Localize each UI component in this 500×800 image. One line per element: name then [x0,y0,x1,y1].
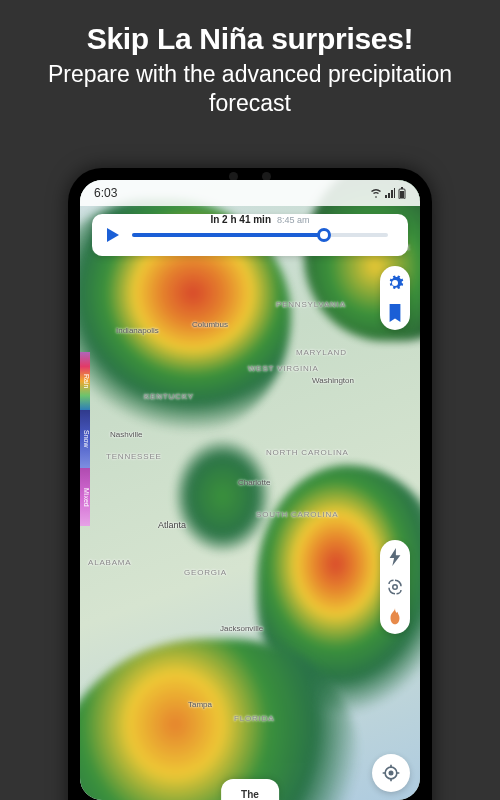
hurricane-layer-button[interactable] [385,577,405,597]
svg-point-3 [393,585,398,590]
status-time: 6:03 [94,186,117,200]
svg-point-5 [389,771,392,774]
legend-rain: Rain [80,352,90,410]
state-fl: FLORIDA [234,714,274,723]
app-screen: Chicago Indianapolis Columbus Nashville … [80,180,420,800]
state-tn: TENNESSEE [106,452,162,461]
svg-rect-1 [401,187,403,189]
radar-overlay [80,180,420,800]
lightning-layer-button[interactable] [385,547,405,567]
state-nc: NORTH CAROLINA [266,448,349,457]
locate-me-button[interactable] [372,754,410,792]
map-layers-pill [380,540,410,634]
timeline-slider[interactable]: In 2 h 41 min8:45 am [132,225,388,245]
legend-mixed: Mixed [80,468,90,526]
precip-legend: Rain Snow Mixed [80,352,90,526]
timeline-sub-label: 8:45 am [277,215,310,225]
bookmark-button[interactable] [385,303,405,323]
phone-frame: Chicago Indianapolis Columbus Nashville … [68,168,432,800]
signal-icon [385,188,395,198]
promo-subhead: Prepare with the advanced precipitation … [20,60,480,118]
legend-snow: Snow [80,410,90,468]
battery-icon [398,187,406,199]
state-sc: SOUTH CAROLINA [256,510,338,519]
state-al: ALABAMA [88,558,131,567]
map-base[interactable]: Chicago Indianapolis Columbus Nashville … [80,180,420,800]
svg-rect-2 [400,191,404,198]
city-indianapolis: Indianapolis [116,326,159,335]
state-wv: WEST VIRGINIA [248,364,319,373]
timeline-main-label: In 2 h 41 min [210,214,271,225]
city-charlotte: Charlotte [238,478,270,487]
city-washington: Washington [312,376,354,385]
wifi-icon [370,188,382,198]
timeline-control: In 2 h 41 min8:45 am [92,214,408,256]
city-nashville: Nashville [110,430,142,439]
bottom-sheet-handle[interactable]: The [221,779,279,800]
promo-headline: Skip La Niña surprises! [20,22,480,56]
state-ga: GEORGIA [184,568,227,577]
state-md: MARYLAND [296,348,347,357]
map-tools-top [380,266,410,330]
promo-block: Skip La Niña surprises! Prepare with the… [0,0,500,130]
state-ky: KENTUCKY [144,392,194,401]
city-atlanta: Atlanta [158,520,186,530]
status-bar: 6:03 [80,180,420,206]
state-pa: PENNSYLVANIA [276,300,346,309]
city-jacksonville: Jacksonville [220,624,263,633]
status-icons [370,187,406,199]
play-button[interactable] [102,225,122,245]
settings-button[interactable] [385,273,405,293]
city-tampa: Tampa [188,700,212,709]
city-columbus: Columbus [192,320,228,329]
fire-layer-button[interactable] [385,607,405,627]
